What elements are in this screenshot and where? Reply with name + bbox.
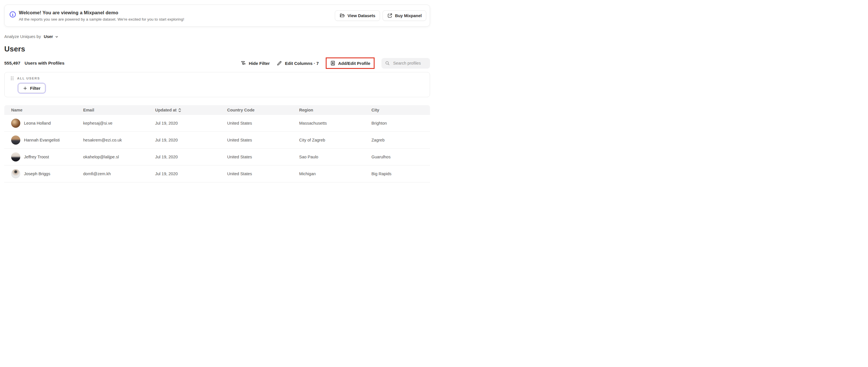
profile-card-icon xyxy=(330,60,336,66)
user-country-code: United States xyxy=(227,172,299,176)
view-datasets-button[interactable]: View Datasets xyxy=(335,10,380,21)
buy-mixpanel-label: Buy Mixpanel xyxy=(395,13,422,18)
plus-icon xyxy=(23,86,27,91)
column-header-region[interactable]: Region xyxy=(299,108,371,112)
table-header-row: Name Email Updated at Country Code Regio… xyxy=(4,105,430,115)
hide-filter-label: Hide Filter xyxy=(249,61,270,66)
add-edit-profile-button[interactable]: Add/Edit Profile xyxy=(330,60,371,66)
avatar xyxy=(11,152,20,161)
external-link-icon xyxy=(387,13,393,18)
profiles-count-label: Users with Profiles xyxy=(25,61,65,66)
user-email: hesakrem@ezi.co.uk xyxy=(83,138,155,142)
table-row[interactable]: Joseph Briggs domfi@zem.kh Jul 19, 2020 … xyxy=(4,165,430,182)
analyze-uniques-control: Analyze Uniques by User xyxy=(4,34,59,39)
drag-handle-icon[interactable] xyxy=(10,76,14,81)
search-profiles-input[interactable] xyxy=(393,61,427,66)
user-city: Zagreb xyxy=(371,138,430,142)
add-edit-profile-label: Add/Edit Profile xyxy=(338,61,371,66)
info-icon xyxy=(9,11,16,18)
analyze-uniques-label: Analyze Uniques by xyxy=(4,34,41,39)
banner-subtitle: All the reports you see are powered by a… xyxy=(19,17,184,22)
search-profiles-box[interactable] xyxy=(381,58,430,69)
welcome-banner: Welcome! You are viewing a Mixpanel demo… xyxy=(4,5,430,27)
profiles-count-row: 555,497 Users with Profiles xyxy=(4,61,65,66)
pencil-icon xyxy=(277,60,282,66)
chevron-down-icon[interactable] xyxy=(55,35,59,38)
avatar xyxy=(11,119,20,128)
user-city: Big Rapids xyxy=(371,172,430,176)
user-region: Sao Paulo xyxy=(299,155,371,159)
analyze-uniques-value[interactable]: User xyxy=(44,34,53,39)
user-email: domfi@zem.kh xyxy=(83,172,155,176)
user-city: Guarulhos xyxy=(371,155,430,159)
user-region: Michigan xyxy=(299,172,371,176)
column-header-updated-at[interactable]: Updated at xyxy=(155,108,227,112)
table-row[interactable]: Leona Holland kephesaj@si.ve Jul 19, 202… xyxy=(4,115,430,132)
table-row[interactable]: Hannah Evangelisti hesakrem@ezi.co.uk Ju… xyxy=(4,132,430,149)
edit-columns-label: Edit Columns · 7 xyxy=(285,61,318,66)
user-updated-at: Jul 19, 2020 xyxy=(155,155,227,159)
user-name[interactable]: Joseph Briggs xyxy=(24,172,50,176)
user-updated-at: Jul 19, 2020 xyxy=(155,172,227,176)
hide-filter-button[interactable]: Hide Filter xyxy=(241,60,270,66)
folder-icon xyxy=(339,13,345,18)
user-country-code: United States xyxy=(227,138,299,142)
buy-mixpanel-button[interactable]: Buy Mixpanel xyxy=(382,10,426,21)
user-country-code: United States xyxy=(227,121,299,125)
avatar xyxy=(11,135,20,145)
users-table: Name Email Updated at Country Code Regio… xyxy=(4,105,430,182)
view-datasets-label: View Datasets xyxy=(347,13,375,18)
filter-button-focus-ring: Filter xyxy=(18,83,46,94)
profiles-count: 555,497 xyxy=(4,61,20,66)
filter-panel: ALL USERS Filter xyxy=(4,72,430,97)
user-name[interactable]: Leona Holland xyxy=(24,121,51,125)
user-updated-at: Jul 19, 2020 xyxy=(155,121,227,125)
funnel-plus-icon xyxy=(241,60,246,66)
user-email: kephesaj@si.ve xyxy=(83,121,155,125)
user-name[interactable]: Jeffrey Troost xyxy=(24,155,49,159)
column-header-country-code[interactable]: Country Code xyxy=(227,108,299,112)
user-email: okahelop@lalijpe.sl xyxy=(83,155,155,159)
column-header-city[interactable]: City xyxy=(371,108,430,112)
user-name[interactable]: Hannah Evangelisti xyxy=(24,138,60,142)
search-icon xyxy=(385,61,390,66)
user-region: Massachusetts xyxy=(299,121,371,125)
column-header-name[interactable]: Name xyxy=(11,108,83,112)
add-filter-button[interactable]: Filter xyxy=(18,84,45,93)
table-row[interactable]: Jeffrey Troost okahelop@lalijpe.sl Jul 1… xyxy=(4,149,430,165)
user-city: Brighton xyxy=(371,121,430,125)
sort-icon[interactable] xyxy=(178,108,181,112)
add-filter-label: Filter xyxy=(30,86,40,91)
column-header-email[interactable]: Email xyxy=(83,108,155,112)
avatar xyxy=(11,169,20,178)
user-updated-at: Jul 19, 2020 xyxy=(155,138,227,142)
page-title: Users xyxy=(4,44,25,54)
banner-title: Welcome! You are viewing a Mixpanel demo xyxy=(19,10,184,16)
edit-columns-button[interactable]: Edit Columns · 7 xyxy=(277,60,318,66)
group-label-all-users: ALL USERS xyxy=(17,77,40,80)
user-region: City of Zagreb xyxy=(299,138,371,142)
profiles-toolbar: Hide Filter Edit Columns · 7 Add/Edit Pr… xyxy=(241,57,430,69)
annotation-highlight-box: Add/Edit Profile xyxy=(326,57,375,69)
user-country-code: United States xyxy=(227,155,299,159)
